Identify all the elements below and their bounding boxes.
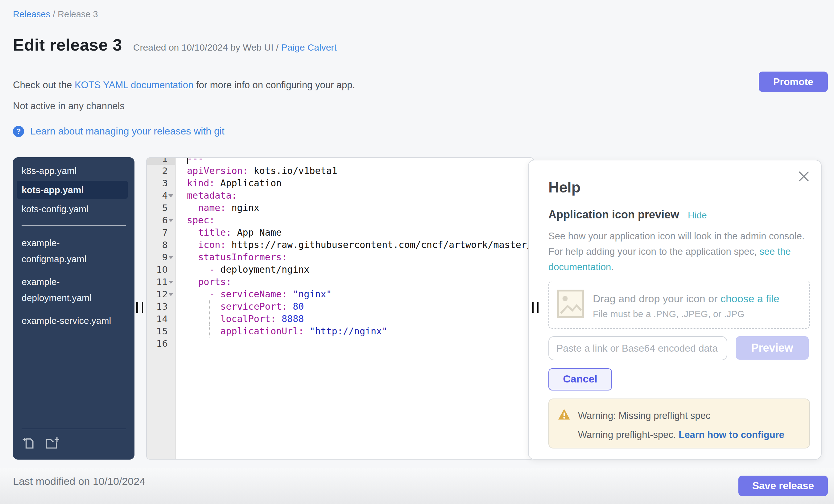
breadcrumb-current: Release 3 bbox=[58, 9, 98, 19]
code-text: - serviceName: "nginx" bbox=[175, 288, 533, 301]
line-number: 16 bbox=[147, 337, 175, 350]
text-segment: Drag and drop your icon or bbox=[593, 293, 721, 304]
token-key: - bbox=[209, 289, 215, 300]
token-plain bbox=[187, 289, 209, 300]
file-types-note: File must be a .PNG, .JPEG, or .JPG bbox=[593, 308, 780, 319]
breadcrumb-releases-link[interactable]: Releases bbox=[13, 9, 50, 19]
promote-button[interactable]: Promote bbox=[759, 71, 828, 92]
token-key: localPort: bbox=[220, 313, 276, 325]
fold-arrow-icon[interactable] bbox=[169, 293, 173, 296]
code-line[interactable]: 3kind: Application bbox=[147, 177, 533, 190]
code-line[interactable]: 2apiVersion: kots.io/v1beta1 bbox=[147, 165, 533, 177]
pane-resize-handle-left[interactable] bbox=[136, 302, 143, 313]
text-segment: Created on 10/10/2024 by Web UI / bbox=[133, 42, 281, 52]
help-title: Help bbox=[548, 179, 809, 196]
configure-preflight-link[interactable]: Learn how to configure bbox=[679, 429, 784, 440]
sidebar-file-item[interactable]: example-deployment.yaml bbox=[13, 271, 122, 308]
code-text: statusInformers: bbox=[175, 251, 533, 263]
page-header: Edit release 3Created on 10/10/2024 by W… bbox=[13, 36, 337, 55]
cancel-button[interactable]: Cancel bbox=[548, 368, 612, 391]
code-line[interactable]: 5 name: nginx bbox=[147, 202, 533, 214]
image-placeholder-icon bbox=[557, 289, 584, 321]
code-rows: 1---2apiVersion: kots.io/v1beta13kind: A… bbox=[147, 157, 533, 350]
code-text: name: nginx bbox=[175, 202, 533, 214]
token-num: 80 bbox=[287, 301, 304, 312]
code-line[interactable]: 7 title: App Name bbox=[147, 226, 533, 239]
code-line[interactable]: 10 - deployment/nginx bbox=[147, 263, 533, 276]
warning-banner: Warning: Missing preflight spec Warning … bbox=[548, 398, 810, 448]
line-number: 12 bbox=[147, 288, 175, 301]
line-number: 10 bbox=[147, 263, 175, 276]
sidebar-file-item[interactable]: example-service.yaml bbox=[13, 310, 122, 331]
breadcrumb: Releases / Release 3 bbox=[13, 8, 98, 20]
text-segment: Warning preflight-spec. bbox=[578, 429, 679, 440]
icon-dropzone[interactable]: Drag and drop your icon or choose a file… bbox=[548, 281, 810, 329]
line-number: 2 bbox=[147, 165, 175, 177]
pane-resize-handle-right[interactable] bbox=[532, 302, 539, 313]
indent-guide bbox=[209, 301, 210, 313]
fold-arrow-icon[interactable] bbox=[169, 280, 173, 283]
sidebar-file-item[interactable]: k8s-app.yaml bbox=[13, 162, 134, 179]
token-key: name: bbox=[198, 202, 226, 214]
line-number: 4 bbox=[147, 190, 175, 202]
add-file-button[interactable] bbox=[20, 435, 37, 453]
page-title: Edit release 3 bbox=[13, 36, 122, 54]
code-line[interactable]: 9 statusInformers: bbox=[147, 251, 533, 263]
close-icon bbox=[797, 175, 810, 184]
add-file-icon bbox=[22, 442, 35, 452]
question-circle-icon: ? bbox=[13, 126, 24, 137]
code-line[interactable]: 16 bbox=[147, 337, 533, 350]
line-number: 3 bbox=[147, 177, 175, 190]
token-key: - bbox=[209, 264, 215, 275]
choose-file-link[interactable]: choose a file bbox=[721, 293, 780, 304]
code-line[interactable]: 1--- bbox=[147, 157, 533, 165]
token-plain: Application bbox=[215, 178, 282, 189]
token-key: title: bbox=[198, 227, 231, 238]
hide-link[interactable]: Hide bbox=[688, 210, 707, 220]
code-line[interactable]: 12 - serviceName: "nginx" bbox=[147, 288, 533, 301]
icon-url-input[interactable] bbox=[548, 336, 727, 360]
code-text bbox=[175, 337, 533, 350]
preview-button[interactable]: Preview bbox=[736, 336, 809, 360]
line-number: 14 bbox=[147, 313, 175, 325]
add-folder-button[interactable] bbox=[44, 435, 61, 453]
author-link[interactable]: Paige Calvert bbox=[281, 42, 337, 52]
code-line[interactable]: 4metadata: bbox=[147, 190, 533, 202]
token-plain bbox=[187, 239, 198, 250]
token-key: --- bbox=[187, 157, 203, 164]
add-folder-icon bbox=[45, 442, 60, 452]
code-line[interactable]: 14 localPort: 8888 bbox=[147, 313, 533, 325]
code-line[interactable]: 13 servicePort: 80 bbox=[147, 301, 533, 313]
kots-yaml-doc-link[interactable]: KOTS YAML documentation bbox=[75, 80, 193, 90]
git-link-label: Learn about managing your releases with … bbox=[30, 126, 224, 137]
git-releases-link[interactable]: ? Learn about managing your releases wit… bbox=[13, 126, 224, 137]
token-plain bbox=[187, 326, 220, 337]
text-segment: / bbox=[50, 9, 58, 19]
sidebar-divider bbox=[22, 225, 126, 226]
token-plain: nginx bbox=[226, 202, 259, 214]
line-number: 7 bbox=[147, 226, 175, 239]
sidebar-file-item[interactable]: example-configmap.yaml bbox=[13, 233, 122, 269]
token-plain bbox=[187, 276, 198, 287]
line-number: 8 bbox=[147, 239, 175, 251]
token-key: metadata: bbox=[187, 190, 237, 201]
close-help-button[interactable] bbox=[796, 169, 811, 186]
code-editor[interactable]: 1---2apiVersion: kots.io/v1beta13kind: A… bbox=[146, 157, 534, 460]
sidebar-file-item[interactable]: kots-config.yaml bbox=[13, 200, 134, 217]
code-text: icon: https://raw.githubusercontent.com/… bbox=[175, 239, 533, 251]
code-line[interactable]: 11 ports: bbox=[147, 276, 533, 288]
save-release-button[interactable]: Save release bbox=[739, 476, 828, 496]
sidebar-file-item[interactable]: kots-app.yaml bbox=[17, 181, 128, 199]
code-line[interactable]: 6spec: bbox=[147, 214, 533, 226]
created-label: Created on 10/10/2024 by Web UI / Paige … bbox=[133, 42, 337, 52]
code-line[interactable]: 15 applicationUrl: "http://nginx" bbox=[147, 325, 533, 337]
fold-arrow-icon[interactable] bbox=[169, 256, 173, 259]
token-key: serviceName: bbox=[220, 289, 287, 300]
fold-arrow-icon[interactable] bbox=[169, 194, 173, 197]
token-key: servicePort: bbox=[220, 301, 287, 312]
line-number: 11 bbox=[147, 276, 175, 288]
token-key: ports: bbox=[198, 276, 231, 287]
fold-arrow-icon[interactable] bbox=[169, 219, 173, 222]
code-line[interactable]: 8 icon: https://raw.githubusercontent.co… bbox=[147, 239, 533, 251]
line-number: 13 bbox=[147, 301, 175, 313]
